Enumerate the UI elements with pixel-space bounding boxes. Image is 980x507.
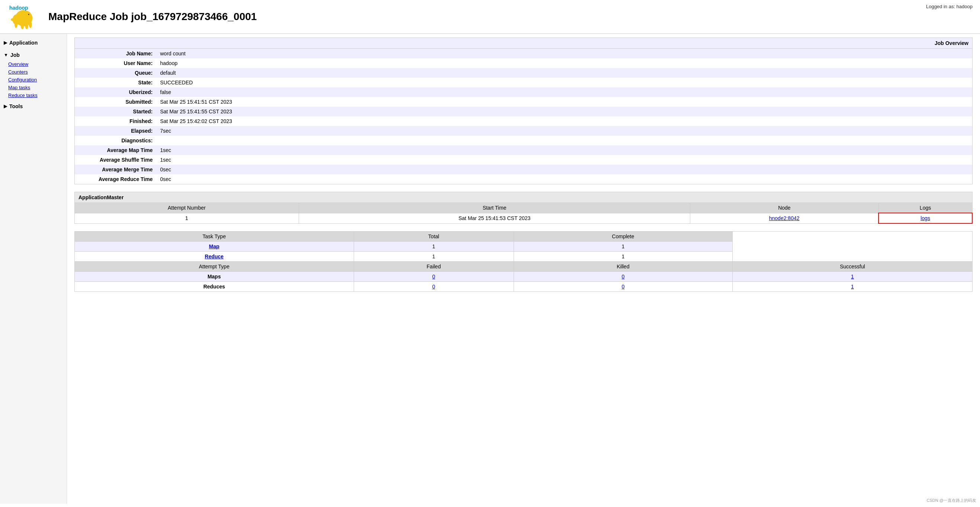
job-overview-value: 1sec: [157, 155, 972, 165]
job-overview-row: Uberized:false: [75, 87, 972, 97]
job-overview-value: 0sec: [157, 165, 972, 174]
attempt-row: Maps001: [75, 272, 972, 282]
task-complete: 1: [514, 242, 732, 252]
attempt-col-successful: Successful: [733, 262, 972, 272]
attempt-successful-link[interactable]: 1: [851, 284, 854, 289]
hadoop-logo: hadoop: [8, 4, 37, 30]
sidebar: ▶ Application ▼ Job Overview Counters Co…: [0, 34, 67, 504]
job-overview-label: Elapsed:: [75, 126, 157, 136]
job-overview-value: default: [157, 68, 972, 78]
sidebar-section-job: ▼ Job Overview Counters Configuration Ma…: [0, 50, 67, 99]
am-row: 1Sat Mar 25 15:41:53 CST 2023hnode2:8042…: [75, 213, 972, 223]
job-overview-label: Average Merge Time: [75, 165, 157, 174]
job-overview-row: User Name:hadoop: [75, 58, 972, 68]
tools-label: Tools: [9, 103, 23, 109]
job-overview-label: State:: [75, 78, 157, 87]
attempt-successful-link[interactable]: 1: [851, 273, 854, 280]
job-overview-row: State:SUCCEEDED: [75, 78, 972, 87]
attempt-killed: 0: [514, 272, 732, 282]
svg-point-2: [14, 21, 18, 28]
job-overview-value: Sat Mar 25 15:41:55 CST 2023: [157, 106, 972, 116]
attempt-successful: 1: [733, 282, 972, 292]
job-overview-value: word count: [157, 49, 972, 59]
attempt-type: Maps: [75, 272, 354, 282]
job-overview-row: Average Shuffle Time1sec: [75, 155, 972, 165]
sidebar-tools-header[interactable]: ▶ Tools: [0, 101, 67, 111]
job-overview-row: Started:Sat Mar 25 15:41:55 CST 2023: [75, 106, 972, 116]
sidebar-item-map-tasks[interactable]: Map tasks: [8, 84, 67, 91]
am-logs: logs: [878, 213, 972, 223]
job-overview-row: Average Reduce Time0sec: [75, 174, 972, 184]
svg-point-7: [11, 18, 15, 21]
am-node-link[interactable]: hnode2:8042: [769, 215, 800, 221]
job-overview-value: Sat Mar 25 15:41:51 CST 2023: [157, 97, 972, 106]
attempt-killed-link[interactable]: 0: [622, 284, 624, 289]
am-col-node: Node: [690, 203, 878, 213]
job-label: Job: [10, 52, 20, 58]
tools-arrow: ▶: [4, 104, 7, 109]
job-overview-value: Sat Mar 25 15:42:02 CST 2023: [157, 116, 972, 126]
attempt-failed-link[interactable]: 0: [432, 284, 435, 289]
job-overview-header: Job Overview: [75, 38, 972, 49]
attempt-col-failed: Failed: [354, 262, 514, 272]
sidebar-item-reduce-tasks[interactable]: Reduce tasks: [8, 91, 67, 99]
job-overview-label: Average Reduce Time: [75, 174, 157, 184]
job-overview-row: Diagnostics:: [75, 136, 972, 145]
job-overview-label: Job Name:: [75, 49, 157, 59]
job-arrow: ▼: [4, 52, 8, 57]
job-overview-row: Elapsed:7sec: [75, 126, 972, 136]
page-title: MapReduce Job job_1679729873466_0001: [48, 11, 257, 23]
am-col-start: Start Time: [299, 203, 690, 213]
job-overview-row: Submitted:Sat Mar 25 15:41:51 CST 2023: [75, 97, 972, 106]
job-overview-value: SUCCEEDED: [157, 78, 972, 87]
sidebar-item-configuration[interactable]: Configuration: [8, 76, 67, 84]
svg-point-8: [28, 14, 29, 15]
job-overview-label: Uberized:: [75, 87, 157, 97]
task-type-link[interactable]: Map: [209, 243, 220, 250]
job-overview-label: User Name:: [75, 58, 157, 68]
task-row: Map11: [75, 242, 972, 252]
logged-in-label: Logged in as: hadoop: [926, 4, 972, 9]
am-node: hnode2:8042: [690, 213, 878, 223]
attempt-successful: 1: [733, 272, 972, 282]
attempt-failed: 0: [354, 272, 514, 282]
sidebar-item-counters[interactable]: Counters: [8, 68, 67, 76]
job-overview-label: Average Shuffle Time: [75, 155, 157, 165]
application-label: Application: [9, 40, 38, 46]
attempt-col-killed: Killed: [514, 262, 732, 272]
job-overview-value: [157, 136, 972, 145]
sidebar-application-header[interactable]: ▶ Application: [0, 38, 67, 48]
task-col-type: Task Type: [75, 232, 354, 242]
job-overview-row: Average Merge Time0sec: [75, 165, 972, 174]
svg-point-5: [29, 21, 32, 28]
job-overview-value: false: [157, 87, 972, 97]
task-col-complete: Complete: [514, 232, 732, 242]
attempt-type: Reduces: [75, 282, 354, 292]
sidebar-item-overview[interactable]: Overview: [8, 60, 67, 68]
attempt-row: Reduces001: [75, 282, 972, 292]
task-type-link[interactable]: Reduce: [205, 253, 224, 259]
job-overview-row: Average Map Time1sec: [75, 145, 972, 155]
job-items: Overview Counters Configuration Map task…: [0, 60, 67, 99]
attempt-col-type: Attempt Type: [75, 262, 354, 272]
task-total: 1: [354, 242, 514, 252]
task-type: Reduce: [75, 252, 354, 262]
svg-text:hadoop: hadoop: [9, 5, 28, 11]
attempt-killed-link[interactable]: 0: [622, 273, 624, 280]
attempt-failed-link[interactable]: 0: [432, 273, 435, 280]
svg-point-4: [25, 24, 28, 29]
sidebar-section-application: ▶ Application: [0, 38, 67, 48]
page-header: hadoop MapReduce Job job_1679729873466_0…: [0, 0, 980, 34]
application-arrow: ▶: [4, 40, 7, 45]
job-overview-label: Finished:: [75, 116, 157, 126]
am-logs-link[interactable]: logs: [921, 215, 930, 221]
job-overview-body: Job Name:word countUser Name:hadoopQueue…: [75, 49, 972, 184]
am-body: 1Sat Mar 25 15:41:53 CST 2023hnode2:8042…: [75, 213, 972, 223]
job-overview-row: Finished:Sat Mar 25 15:42:02 CST 2023: [75, 116, 972, 126]
am-col-attempt: Attempt Number: [75, 203, 299, 213]
job-overview-label: Submitted:: [75, 97, 157, 106]
sidebar-job-header[interactable]: ▼ Job: [0, 50, 67, 60]
job-overview-label: Started:: [75, 106, 157, 116]
am-section-header: ApplicationMaster: [75, 192, 972, 203]
job-overview-value: 1sec: [157, 145, 972, 155]
